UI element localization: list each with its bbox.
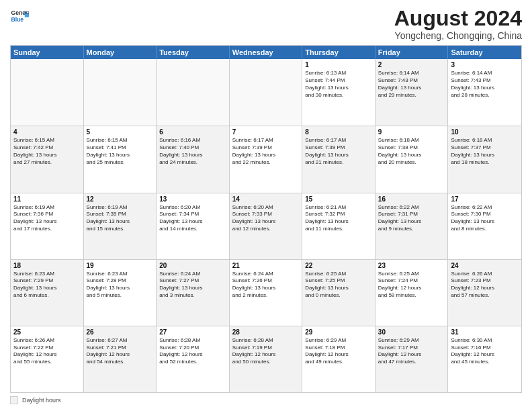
day-number: 22 xyxy=(305,262,372,269)
cal-cell: 1Sunrise: 6:13 AM Sunset: 7:44 PM Daylig… xyxy=(302,59,375,126)
cal-header-day: Monday xyxy=(84,46,157,59)
day-number: 18 xyxy=(13,262,81,269)
cal-cell: 2Sunrise: 6:14 AM Sunset: 7:43 PM Daylig… xyxy=(375,59,449,126)
cal-cell: 30Sunrise: 6:29 AM Sunset: 7:17 PM Dayli… xyxy=(375,326,449,392)
day-number: 30 xyxy=(378,328,445,336)
cal-week-row: 25Sunrise: 6:26 AM Sunset: 7:22 PM Dayli… xyxy=(11,326,521,392)
calendar: SundayMondayTuesdayWednesdayThursdayFrid… xyxy=(10,45,522,393)
day-number: 24 xyxy=(451,262,519,269)
cal-cell: 7Sunrise: 6:17 AM Sunset: 7:39 PM Daylig… xyxy=(230,126,303,192)
cell-info: Sunrise: 6:17 AM Sunset: 7:39 PM Dayligh… xyxy=(305,137,372,166)
day-number: 19 xyxy=(87,262,154,269)
cal-cell xyxy=(230,59,303,126)
cell-info: Sunrise: 6:24 AM Sunset: 7:27 PM Dayligh… xyxy=(159,271,226,300)
logo-icon: General Blue xyxy=(10,7,29,26)
cal-week-row: 1Sunrise: 6:13 AM Sunset: 7:44 PM Daylig… xyxy=(11,59,521,126)
cal-header-day: Saturday xyxy=(448,46,521,59)
svg-marker-3 xyxy=(25,14,29,17)
cal-cell: 28Sunrise: 6:28 AM Sunset: 7:19 PM Dayli… xyxy=(230,326,303,392)
title-block: August 2024 Yongcheng, Chongqing, China xyxy=(394,7,522,41)
cell-info: Sunrise: 6:24 AM Sunset: 7:26 PM Dayligh… xyxy=(232,271,300,300)
cal-header-day: Tuesday xyxy=(157,46,230,59)
cal-cell: 10Sunrise: 6:18 AM Sunset: 7:37 PM Dayli… xyxy=(448,126,521,192)
calendar-body: 1Sunrise: 6:13 AM Sunset: 7:44 PM Daylig… xyxy=(11,59,521,392)
cell-info: Sunrise: 6:27 AM Sunset: 7:21 PM Dayligh… xyxy=(87,337,154,366)
cal-cell: 9Sunrise: 6:18 AM Sunset: 7:38 PM Daylig… xyxy=(375,126,449,192)
cal-cell: 12Sunrise: 6:19 AM Sunset: 7:35 PM Dayli… xyxy=(84,193,157,259)
header: General Blue August 2024 Yongcheng, Chon… xyxy=(10,7,522,41)
cal-cell xyxy=(157,59,230,126)
cell-info: Sunrise: 6:20 AM Sunset: 7:34 PM Dayligh… xyxy=(159,204,226,233)
day-number: 23 xyxy=(378,262,445,269)
cal-cell: 20Sunrise: 6:24 AM Sunset: 7:27 PM Dayli… xyxy=(157,260,230,326)
cell-info: Sunrise: 6:25 AM Sunset: 7:25 PM Dayligh… xyxy=(305,271,372,300)
cell-info: Sunrise: 6:26 AM Sunset: 7:22 PM Dayligh… xyxy=(13,337,81,366)
cal-cell: 17Sunrise: 6:22 AM Sunset: 7:30 PM Dayli… xyxy=(448,193,521,259)
legend: Daylight hours xyxy=(10,396,522,404)
day-number: 27 xyxy=(159,328,226,336)
cell-info: Sunrise: 6:29 AM Sunset: 7:17 PM Dayligh… xyxy=(378,337,445,366)
cal-cell: 16Sunrise: 6:22 AM Sunset: 7:31 PM Dayli… xyxy=(375,193,449,259)
page: General Blue August 2024 Yongcheng, Chon… xyxy=(0,0,532,411)
day-number: 5 xyxy=(87,128,154,136)
cell-info: Sunrise: 6:18 AM Sunset: 7:37 PM Dayligh… xyxy=(451,137,519,166)
cell-info: Sunrise: 6:29 AM Sunset: 7:18 PM Dayligh… xyxy=(305,337,372,366)
day-number: 8 xyxy=(305,128,372,136)
cal-cell: 6Sunrise: 6:16 AM Sunset: 7:40 PM Daylig… xyxy=(157,126,230,192)
day-number: 12 xyxy=(87,195,154,203)
cal-cell: 19Sunrise: 6:23 AM Sunset: 7:28 PM Dayli… xyxy=(84,260,157,326)
cell-info: Sunrise: 6:25 AM Sunset: 7:24 PM Dayligh… xyxy=(378,271,445,300)
cell-info: Sunrise: 6:26 AM Sunset: 7:23 PM Dayligh… xyxy=(451,271,519,300)
legend-label: Daylight hours xyxy=(22,397,61,404)
cal-cell: 5Sunrise: 6:15 AM Sunset: 7:41 PM Daylig… xyxy=(84,126,157,192)
cal-cell: 22Sunrise: 6:25 AM Sunset: 7:25 PM Dayli… xyxy=(302,260,375,326)
cell-info: Sunrise: 6:30 AM Sunset: 7:16 PM Dayligh… xyxy=(451,337,519,366)
cal-header-day: Sunday xyxy=(11,46,84,59)
calendar-header: SundayMondayTuesdayWednesdayThursdayFrid… xyxy=(11,46,521,59)
cal-cell xyxy=(11,59,84,126)
cal-cell: 24Sunrise: 6:26 AM Sunset: 7:23 PM Dayli… xyxy=(448,260,521,326)
cal-cell: 25Sunrise: 6:26 AM Sunset: 7:22 PM Dayli… xyxy=(11,326,84,392)
location-subtitle: Yongcheng, Chongqing, China xyxy=(394,30,522,41)
month-year-title: August 2024 xyxy=(394,7,522,30)
cal-week-row: 11Sunrise: 6:19 AM Sunset: 7:36 PM Dayli… xyxy=(11,193,521,259)
cal-cell: 27Sunrise: 6:28 AM Sunset: 7:20 PM Dayli… xyxy=(157,326,230,392)
cell-info: Sunrise: 6:23 AM Sunset: 7:29 PM Dayligh… xyxy=(13,271,81,300)
day-number: 11 xyxy=(13,195,81,203)
cell-info: Sunrise: 6:15 AM Sunset: 7:42 PM Dayligh… xyxy=(13,137,81,166)
day-number: 28 xyxy=(232,328,300,336)
day-number: 20 xyxy=(159,262,226,269)
cell-info: Sunrise: 6:19 AM Sunset: 7:35 PM Dayligh… xyxy=(87,204,154,233)
legend-box xyxy=(10,396,18,404)
day-number: 1 xyxy=(305,61,372,68)
day-number: 9 xyxy=(378,128,445,136)
cal-cell: 8Sunrise: 6:17 AM Sunset: 7:39 PM Daylig… xyxy=(302,126,375,192)
cell-info: Sunrise: 6:13 AM Sunset: 7:44 PM Dayligh… xyxy=(305,70,372,99)
cell-info: Sunrise: 6:22 AM Sunset: 7:31 PM Dayligh… xyxy=(378,204,445,233)
cell-info: Sunrise: 6:16 AM Sunset: 7:40 PM Dayligh… xyxy=(159,137,226,166)
cal-week-row: 18Sunrise: 6:23 AM Sunset: 7:29 PM Dayli… xyxy=(11,259,521,326)
cal-week-row: 4Sunrise: 6:15 AM Sunset: 7:42 PM Daylig… xyxy=(11,126,521,192)
day-number: 29 xyxy=(305,328,372,336)
day-number: 17 xyxy=(451,195,519,203)
cell-info: Sunrise: 6:14 AM Sunset: 7:43 PM Dayligh… xyxy=(451,70,519,99)
cell-info: Sunrise: 6:21 AM Sunset: 7:32 PM Dayligh… xyxy=(305,204,372,233)
cal-cell: 18Sunrise: 6:23 AM Sunset: 7:29 PM Dayli… xyxy=(11,260,84,326)
cal-header-day: Wednesday xyxy=(230,46,303,59)
cal-cell: 4Sunrise: 6:15 AM Sunset: 7:42 PM Daylig… xyxy=(11,126,84,192)
cell-info: Sunrise: 6:15 AM Sunset: 7:41 PM Dayligh… xyxy=(87,137,154,166)
cell-info: Sunrise: 6:28 AM Sunset: 7:19 PM Dayligh… xyxy=(232,337,300,366)
day-number: 3 xyxy=(451,61,519,68)
cal-cell: 11Sunrise: 6:19 AM Sunset: 7:36 PM Dayli… xyxy=(11,193,84,259)
day-number: 15 xyxy=(305,195,372,203)
cal-cell: 31Sunrise: 6:30 AM Sunset: 7:16 PM Dayli… xyxy=(448,326,521,392)
cal-cell: 21Sunrise: 6:24 AM Sunset: 7:26 PM Dayli… xyxy=(230,260,303,326)
cal-cell: 14Sunrise: 6:20 AM Sunset: 7:33 PM Dayli… xyxy=(230,193,303,259)
day-number: 10 xyxy=(451,128,519,136)
cell-info: Sunrise: 6:17 AM Sunset: 7:39 PM Dayligh… xyxy=(232,137,300,166)
cell-info: Sunrise: 6:20 AM Sunset: 7:33 PM Dayligh… xyxy=(232,204,300,233)
day-number: 2 xyxy=(378,61,445,68)
day-number: 13 xyxy=(159,195,226,203)
day-number: 26 xyxy=(87,328,154,336)
cal-header-day: Friday xyxy=(375,46,449,59)
